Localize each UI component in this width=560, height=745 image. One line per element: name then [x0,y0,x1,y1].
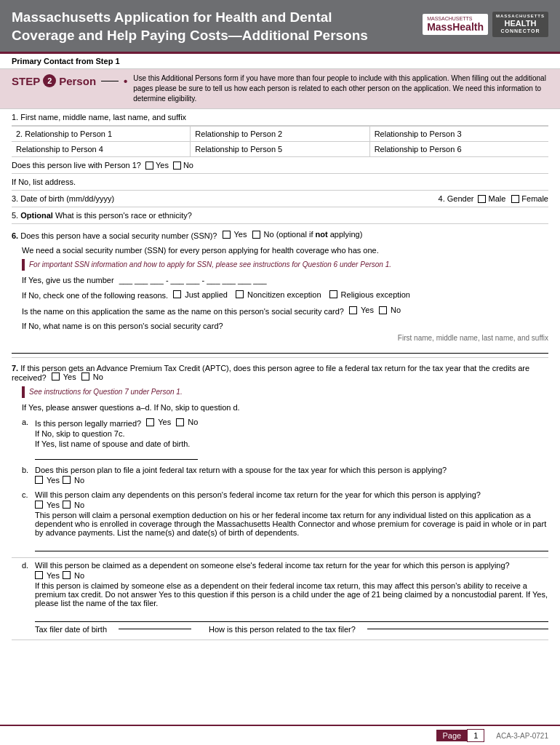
q6-main-row: 6. Does this person have a social securi… [12,227,548,243]
connector-connector: CONNECTOR [496,28,545,34]
ssn-just-applied-label: Just applied [185,290,228,299]
qa-no-checkbox[interactable] [176,418,184,426]
gender-female-label: Female [521,194,548,203]
q7-yes-checkbox[interactable] [52,372,60,381]
ssn-same-yes-option[interactable]: Yes [349,306,374,314]
q7-main-row: 7. If this person gets an Advance Premiu… [12,361,548,386]
q7-num: 7. [12,364,18,372]
ssn-bar-accent [22,259,25,271]
qc-content: Will this person claim any dependents on… [35,490,548,551]
if-no-address-label: If No, list address. [12,178,76,186]
qc-no-option[interactable]: No [63,501,84,509]
rel-person1-label: 2. Relationship to Person 1 [16,130,112,138]
q7-yes-option[interactable]: Yes [52,372,76,381]
ssn-just-applied-option[interactable]: Just applied [173,290,228,299]
qa-no-option[interactable]: No [176,418,198,426]
qd-no-checkbox[interactable] [63,571,71,579]
q7c-row: c. Will this person claim any dependents… [12,487,548,554]
qc-note-text: This person will claim a personal exempt… [35,511,546,537]
qd-note-row: If this person is claimed by someone els… [35,581,548,607]
ssn-yes-checkbox[interactable] [223,231,231,239]
connector-logo: MASSACHUSETTS HEALTH CONNECTOR [492,12,548,37]
step-bullet: • [124,75,127,87]
qa-yes-label: Yes [158,418,171,426]
qb-yes-checkbox[interactable] [35,476,43,484]
ssn-note-text: We need a social security number (SSN) f… [22,246,379,255]
live-yes-label: Yes [156,161,169,170]
ssn-just-applied-checkbox[interactable] [173,290,181,298]
qb-no-option[interactable]: No [63,476,84,485]
qd-note-text: If this person is claimed by someone els… [35,581,548,607]
qd-no-option[interactable]: No [63,571,84,580]
ssn-religious-option[interactable]: Religious exception [329,290,410,299]
gender-female-checkbox[interactable] [511,195,519,203]
ssn-yes-label: Yes [234,230,247,239]
live-yes-checkbox[interactable] [145,162,153,170]
qb-content: Does this person plan to file a joint fe… [35,466,449,485]
q6-question: Does this person have a social security … [20,231,217,240]
qc-no-label: No [74,501,84,509]
qc-no-checkbox[interactable] [63,501,71,509]
footer: Page 1 ACA-3-AP-0721 [0,725,560,745]
dob-label: 3. Date of birth (mm/dd/yyyy) [12,194,439,203]
ssn-noncitizen-option[interactable]: Noncitizen exception [236,290,321,299]
qd-yes-checkbox[interactable] [35,571,43,579]
live-no-checkbox[interactable] [173,162,181,170]
ssn-same-no-checkbox[interactable] [379,306,387,314]
rel-person6-label: Relationship to Person 6 [375,145,462,154]
ssn-no-checkbox[interactable] [252,231,260,239]
q7a-row: a. Is this person legally married? Yes N… [12,415,548,463]
q7b-row: b. Does this person plan to file a joint… [12,463,548,487]
ssn-same-no-label: No [391,306,401,314]
header-title: Massachusetts Application for Health and… [12,9,390,44]
ssn-no-option[interactable]: No (optional if not applying) [252,230,363,239]
qd-filer-line [35,612,548,622]
ssn-number-blanks: ___ ___ ___ - ___ ___ - ___ ___ ___ ___ [119,276,267,284]
qc-yes-option[interactable]: Yes [35,501,60,509]
qd-dob-label: Tax filer date of birth [35,625,107,634]
gender-label: 4. Gender [439,194,474,203]
live-with-label: Does this person live with Person 1? [12,161,141,170]
qd-yes-option[interactable]: Yes [35,571,60,580]
qb-yes-option[interactable]: Yes [35,476,60,485]
qc-label: c. [22,490,32,551]
relationship-row-1: 2. Relationship to Person 1 Relationship… [12,126,548,142]
ssn-noncitizen-checkbox[interactable] [236,290,244,298]
live-yes-option[interactable]: Yes [145,161,169,170]
form-content: 1. First name, middle name, last name, a… [0,109,560,640]
rel-person6-cell: Relationship to Person 6 [370,142,548,156]
gender-female-option[interactable]: Female [511,194,548,203]
live-no-option[interactable]: No [173,161,193,170]
ssn-name-placeholder: First name, middle name, last name, and … [398,334,548,342]
qb-options: Yes No [35,476,449,485]
qa-yes-option[interactable]: Yes [146,418,171,426]
gender-male-option[interactable]: Male [478,194,505,203]
qa-spouse-line [35,450,198,460]
ssn-yes-option[interactable]: Yes [223,230,247,239]
ssn-religious-label: Religious exception [341,290,410,299]
q7-no-checkbox[interactable] [81,372,89,381]
ssn-religious-checkbox[interactable] [329,290,337,298]
rel-person5-cell: Relationship to Person 5 [191,142,369,156]
qc-note-row: This person will claim a personal exempt… [35,511,548,537]
qd-dob-related-row: Tax filer date of birth How is this pers… [35,625,548,634]
rel-person2-label: Relationship to Person 2 [195,130,282,138]
qd-content: Will this person be claimed as a depende… [35,561,548,634]
qc-yes-checkbox[interactable] [35,501,43,509]
q7-no-option[interactable]: No [81,372,103,381]
qb-no-checkbox[interactable] [63,476,71,484]
ssn-same-no-option[interactable]: No [379,306,401,314]
qa-yes-checkbox[interactable] [146,418,154,426]
ssn-if-no-row: If No, check one of the following reason… [12,287,548,303]
step-blank [101,81,119,81]
step-description: Use this Additional Persons form if you … [133,73,548,104]
gender-male-checkbox[interactable] [478,195,486,203]
rel-person2-cell: Relationship to Person 2 [191,127,369,141]
if-no-address-row: If No, list address. [12,174,548,191]
rel-person3-cell: Relationship to Person 3 [370,127,548,141]
step-description-text: Use this Additional Persons form if you … [133,74,546,103]
connector-state: MASSACHUSETTS [496,14,545,19]
ssn-same-yes-checkbox[interactable] [349,306,357,314]
row-1-name: 1. First name, middle name, last name, a… [12,109,548,126]
race-num: 5. [12,211,18,220]
